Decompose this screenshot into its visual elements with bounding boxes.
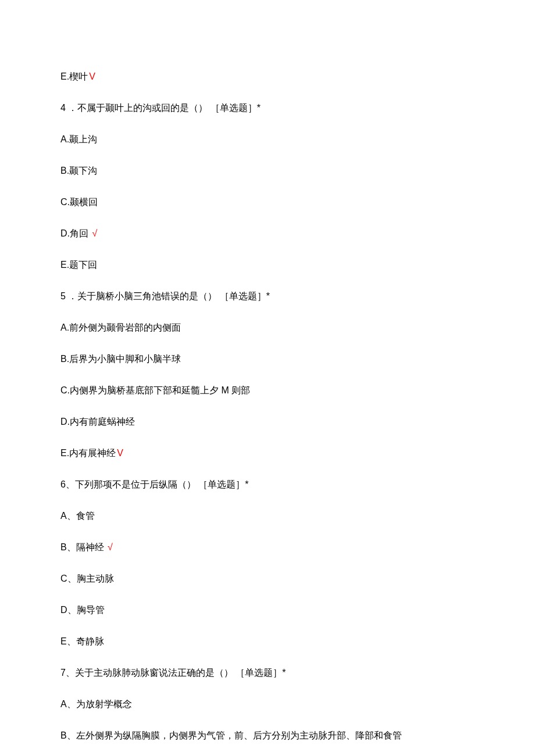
line-text: A.前外侧为颞骨岩部的内侧面 xyxy=(60,323,181,332)
text-line: 5 ．关于脑桥小脑三角池错误的是（） ［单选题］* xyxy=(60,289,475,303)
correct-answer-marker: V xyxy=(117,448,123,458)
text-line: 4 ．不属于颞叶上的沟或回的是（） ［单选题］* xyxy=(60,101,475,115)
line-text: A、食管 xyxy=(60,511,95,521)
text-line: D.内有前庭蜗神经 xyxy=(60,415,475,429)
line-text: 6、下列那项不是位于后纵隔（） ［单选题］* xyxy=(60,479,249,489)
line-text: B.后界为小脑中脚和小脑半球 xyxy=(60,354,181,364)
line-text: 5 ．关于脑桥小脑三角池错误的是（） ［单选题］* xyxy=(60,291,270,301)
text-line: C.颞横回 xyxy=(60,195,475,209)
text-line: E.楔叶V xyxy=(60,70,475,84)
text-line: A、为放射学概念 xyxy=(60,697,475,711)
text-line: B.后界为小脑中脚和小脑半球 xyxy=(60,352,475,366)
text-line: 6、下列那项不是位于后纵隔（） ［单选题］* xyxy=(60,478,475,492)
line-text: D、胸导管 xyxy=(60,605,105,615)
text-line: E、奇静脉 xyxy=(60,635,475,648)
text-line: E.题下回 xyxy=(60,258,475,272)
text-line: B、隔神经 √ xyxy=(60,540,475,554)
line-text: E.题下回 xyxy=(60,260,97,270)
line-text: C、胸主动脉 xyxy=(60,574,114,583)
correct-answer-marker: V xyxy=(89,71,95,81)
correct-answer-marker: √ xyxy=(90,228,97,238)
line-text: D.角回 xyxy=(60,228,88,238)
text-line: C.内侧界为脑桥基底部下部和延髓上夕 M 则部 xyxy=(60,384,475,397)
line-text: A、为放射学概念 xyxy=(60,699,132,709)
document-body: E.楔叶V4 ．不属于颞叶上的沟或回的是（） ［单选题］*A.颞上沟B.颞下沟C… xyxy=(60,70,475,743)
text-line: C、胸主动脉 xyxy=(60,572,475,586)
line-text: 4 ．不属于颞叶上的沟或回的是（） ［单选题］* xyxy=(60,103,261,113)
text-line: B、左外侧界为纵隔胸膜，内侧界为气管，前、后方分别为主动脉升部、降部和食管 xyxy=(60,729,475,743)
line-text: B、隔神经 xyxy=(60,542,104,552)
text-line: D.角回 √ xyxy=(60,227,475,241)
line-text: B.颞下沟 xyxy=(60,166,97,175)
line-text: B、左外侧界为纵隔胸膜，内侧界为气管，前、后方分别为主动脉升部、降部和食管 xyxy=(60,730,402,740)
line-text: C.内侧界为脑桥基底部下部和延髓上夕 M 则部 xyxy=(60,385,250,395)
line-text: E.内有展神经 xyxy=(60,448,116,458)
line-text: 7、关于主动脉肺动脉窗说法正确的是（） ［单选题］* xyxy=(60,668,286,678)
text-line: D、胸导管 xyxy=(60,603,475,617)
text-line: A、食管 xyxy=(60,509,475,523)
text-line: A.颞上沟 xyxy=(60,132,475,146)
line-text: C.颞横回 xyxy=(60,197,98,207)
line-text: E.楔叶 xyxy=(60,71,88,81)
text-line: B.颞下沟 xyxy=(60,164,475,178)
line-text: D.内有前庭蜗神经 xyxy=(60,417,135,427)
text-line: E.内有展神经V xyxy=(60,446,475,460)
correct-answer-marker: √ xyxy=(105,542,113,552)
line-text: E、奇静脉 xyxy=(60,636,104,646)
line-text: A.颞上沟 xyxy=(60,134,97,144)
text-line: A.前外侧为颞骨岩部的内侧面 xyxy=(60,321,475,335)
text-line: 7、关于主动脉肺动脉窗说法正确的是（） ［单选题］* xyxy=(60,666,475,680)
